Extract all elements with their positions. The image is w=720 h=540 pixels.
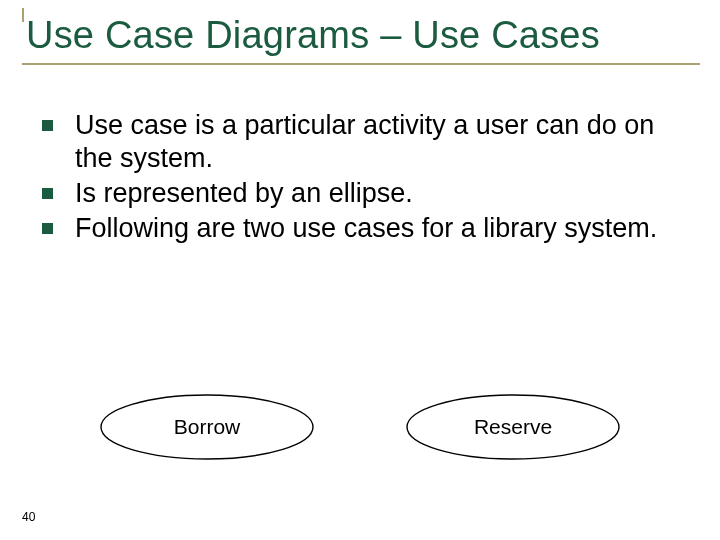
bullet-list: Use case is a particular activity a user… <box>42 109 690 245</box>
content-area: Use case is a particular activity a user… <box>20 109 700 245</box>
usecase-label: Reserve <box>474 415 552 439</box>
bullet-item: Following are two use cases for a librar… <box>42 212 690 245</box>
slide-title: Use Case Diagrams – Use Cases <box>22 14 700 57</box>
title-rule: Use Case Diagrams – Use Cases <box>22 14 700 65</box>
bullet-item: Use case is a particular activity a user… <box>42 109 690 175</box>
bullet-item: Is represented by an ellipse. <box>42 177 690 210</box>
usecase-row: Borrow Reserve <box>0 392 720 462</box>
bullet-text: Is represented by an ellipse. <box>75 177 413 210</box>
page-number: 40 <box>22 510 35 524</box>
slide: Use Case Diagrams – Use Cases Use case i… <box>0 0 720 540</box>
square-bullet-icon <box>42 120 53 131</box>
usecase-label: Borrow <box>174 415 241 439</box>
square-bullet-icon <box>42 223 53 234</box>
title-area: Use Case Diagrams – Use Cases <box>20 14 700 67</box>
square-bullet-icon <box>42 188 53 199</box>
bullet-text: Following are two use cases for a librar… <box>75 212 657 245</box>
usecase-ellipse-borrow: Borrow <box>97 392 317 462</box>
usecase-ellipse-reserve: Reserve <box>403 392 623 462</box>
title-tick <box>22 8 24 22</box>
bullet-text: Use case is a particular activity a user… <box>75 109 690 175</box>
